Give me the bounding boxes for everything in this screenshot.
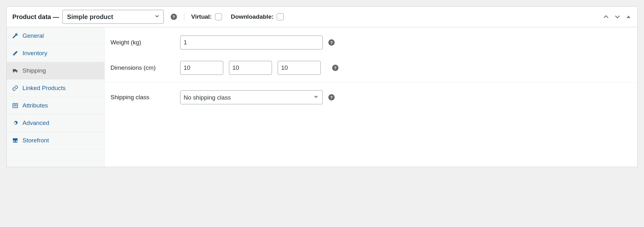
move-up-icon[interactable] bbox=[603, 13, 609, 20]
height-input[interactable] bbox=[278, 61, 321, 75]
svg-marker-0 bbox=[627, 16, 630, 18]
tab-advanced[interactable]: Advanced bbox=[7, 114, 104, 132]
length-input[interactable] bbox=[180, 61, 223, 75]
gear-icon bbox=[12, 120, 19, 126]
move-down-icon[interactable] bbox=[614, 13, 621, 20]
wrench-icon bbox=[12, 32, 19, 39]
help-icon[interactable]: ? bbox=[332, 65, 338, 71]
tab-label: Storefront bbox=[22, 137, 49, 144]
divider bbox=[105, 82, 637, 83]
dimensions-row: Dimensions (cm) ? bbox=[105, 55, 637, 81]
weight-label: Weight (kg) bbox=[110, 39, 180, 46]
tab-label: Advanced bbox=[22, 120, 49, 126]
list-icon bbox=[12, 102, 19, 109]
weight-input[interactable] bbox=[180, 36, 323, 49]
product-type-select-wrap: Simple product bbox=[62, 10, 164, 24]
panel-body: General Inventory Shipping Linked Produc… bbox=[7, 27, 637, 167]
tab-label: Shipping bbox=[22, 67, 46, 74]
tab-shipping[interactable]: Shipping bbox=[7, 62, 104, 80]
tab-linked-products[interactable]: Linked Products bbox=[7, 80, 104, 97]
weight-row: Weight (kg) ? bbox=[105, 30, 637, 55]
panel-title: Product data — bbox=[12, 13, 59, 21]
truck-icon bbox=[12, 67, 19, 74]
virtual-checkbox[interactable] bbox=[215, 13, 222, 20]
product-data-panel: Product data — Simple product ? Virtual:… bbox=[6, 6, 638, 167]
product-data-tabs: General Inventory Shipping Linked Produc… bbox=[7, 27, 105, 167]
shipping-class-select-wrap: No shipping class bbox=[180, 90, 323, 104]
virtual-label: Virtual: bbox=[191, 13, 212, 20]
toggle-panel-icon[interactable] bbox=[625, 14, 632, 20]
help-icon[interactable]: ? bbox=[328, 94, 335, 101]
shipping-class-label: Shipping class bbox=[110, 94, 180, 101]
downloadable-label: Downloadable: bbox=[231, 13, 274, 20]
tab-attributes[interactable]: Attributes bbox=[7, 97, 104, 114]
tab-label: Inventory bbox=[22, 50, 47, 57]
width-input[interactable] bbox=[229, 61, 272, 75]
tab-storefront[interactable]: Storefront bbox=[7, 132, 104, 149]
product-type-select[interactable]: Simple product bbox=[62, 10, 164, 24]
shipping-class-row: Shipping class No shipping class ? bbox=[105, 85, 637, 110]
tab-label: Attributes bbox=[22, 102, 48, 109]
divider bbox=[184, 13, 184, 21]
help-icon[interactable]: ? bbox=[171, 14, 177, 20]
ruler-icon bbox=[12, 50, 19, 57]
help-icon[interactable]: ? bbox=[328, 39, 335, 46]
store-icon bbox=[12, 137, 19, 144]
shipping-class-select[interactable]: No shipping class bbox=[180, 90, 323, 104]
shipping-tab-content: Weight (kg) ? Dimensions (cm) ? Shipping… bbox=[105, 27, 637, 167]
tab-inventory[interactable]: Inventory bbox=[7, 45, 104, 62]
tab-general[interactable]: General bbox=[7, 27, 104, 45]
tab-label: General bbox=[22, 32, 44, 39]
link-icon bbox=[12, 85, 19, 92]
panel-header: Product data — Simple product ? Virtual:… bbox=[7, 7, 637, 27]
downloadable-checkbox[interactable] bbox=[277, 13, 284, 20]
tab-label: Linked Products bbox=[22, 85, 66, 92]
dimensions-label: Dimensions (cm) bbox=[110, 64, 180, 71]
